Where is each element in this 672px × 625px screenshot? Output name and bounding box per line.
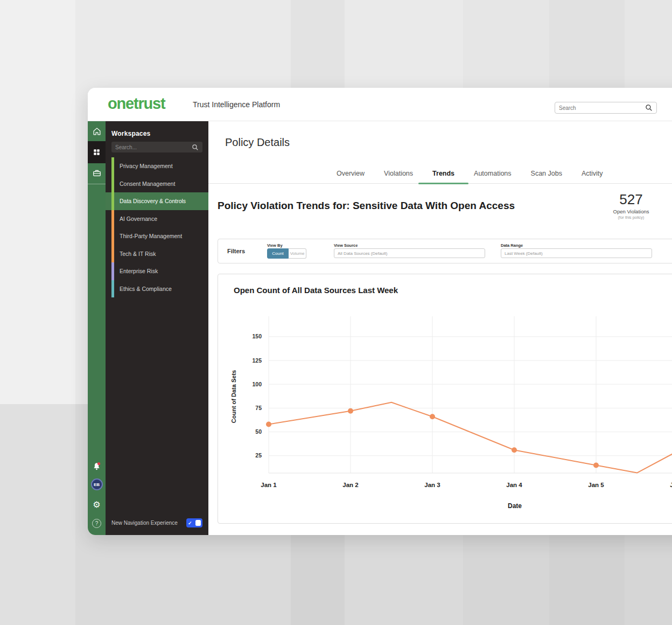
count-toggle-button[interactable]: Count	[267, 248, 289, 259]
workspace-list: Privacy ManagementConsent ManagementData…	[106, 157, 208, 297]
tab-trends[interactable]: Trends	[432, 164, 454, 184]
page-title: Policy Details	[225, 136, 290, 149]
workspace-color-strip	[111, 227, 114, 245]
x-tick-jan-3: Jan 3	[424, 482, 440, 488]
rail-divider	[88, 184, 106, 184]
sidebar-title: Workspaces	[111, 130, 150, 137]
filters-panel: Filters View By Count Volume View Source…	[218, 239, 672, 263]
tab-violations[interactable]: Violations	[384, 164, 413, 184]
help-icon: ?	[92, 519, 101, 528]
sidebar-item-privacy-management[interactable]: Privacy Management	[106, 157, 208, 175]
view-source-select[interactable]	[334, 248, 485, 258]
home-nav-button[interactable]	[88, 123, 106, 140]
sidebar-footer: New Navigation Experience ✓	[111, 518, 202, 527]
sidebar-item-ai-governance[interactable]: AI Governance	[106, 210, 208, 228]
stat-sublabel: (for this policy)	[603, 215, 659, 220]
x-tick-jan-6: Jan 6	[670, 482, 672, 488]
workspace-color-strip	[111, 157, 114, 175]
stat-value: 527	[603, 191, 659, 208]
y-tick-50: 50	[255, 428, 262, 435]
sidebar-item-third-party-management[interactable]: Third-Party Management	[106, 227, 208, 245]
data-point-x4-y31[interactable]	[512, 447, 517, 453]
workspace-color-strip	[111, 280, 114, 298]
workspace-color-strip	[111, 192, 114, 210]
search-icon[interactable]	[645, 104, 653, 112]
global-search-input[interactable]	[559, 105, 645, 111]
trend-chart-card: Open Count of All Data Sources Last Week…	[218, 274, 672, 524]
workspace-color-strip	[111, 175, 114, 193]
new-navigation-toggle[interactable]: ✓	[186, 518, 202, 527]
workspace-search-input[interactable]	[115, 144, 192, 150]
data-range-label: Data Range	[501, 243, 523, 248]
user-profile-button[interactable]: EB	[88, 476, 106, 493]
workspace-item-label: Third-Party Management	[120, 233, 182, 239]
briefcase-icon	[92, 168, 102, 178]
user-avatar[interactable]: EB	[91, 478, 103, 490]
icon-rail: EB ⚙ ?	[88, 121, 106, 535]
data-range-select[interactable]	[501, 248, 652, 258]
new-navigation-label: New Navigation Experience	[111, 520, 178, 526]
sidebar-item-consent-management[interactable]: Consent Management	[106, 175, 208, 193]
tab-activity[interactable]: Activity	[582, 164, 603, 184]
notifications-button[interactable]	[88, 457, 106, 475]
sidebar-item-data-discovery-controls[interactable]: Data Discovery & Controls	[106, 192, 208, 210]
view-source-label: View Source	[334, 243, 358, 248]
workspaces-nav-button[interactable]	[88, 141, 106, 163]
data-point-x2-y72[interactable]	[348, 408, 353, 414]
global-search[interactable]	[555, 102, 657, 114]
trends-heading: Policy Violation Trends for: Sensitive D…	[218, 200, 515, 212]
x-tick-jan-5: Jan 5	[588, 482, 604, 488]
y-tick-100: 100	[252, 381, 262, 387]
platform-name: Trust Intelligence Platform	[193, 100, 280, 109]
workspace-item-label: AI Governance	[120, 216, 157, 222]
tab-scan-jobs[interactable]: Scan Jobs	[531, 164, 562, 184]
workspace-color-strip	[111, 210, 114, 228]
workspace-search[interactable]	[111, 142, 202, 152]
y-tick-150: 150	[252, 333, 262, 339]
sidebar-item-tech-it-risk[interactable]: Tech & IT Risk	[106, 245, 208, 263]
search-icon	[192, 144, 199, 151]
home-icon	[92, 127, 102, 136]
workspace-item-label: Tech & IT Risk	[120, 251, 156, 257]
workspaces-sidebar: Workspaces Privacy ManagementConsent Man…	[106, 121, 208, 535]
y-axis-title: Count of Data Sets	[230, 370, 237, 423]
workspace-item-label: Ethics & Compliance	[120, 286, 172, 292]
y-tick-75: 75	[255, 405, 262, 411]
x-tick-jan-4: Jan 4	[506, 482, 522, 488]
x-tick-jan-1: Jan 1	[261, 482, 277, 488]
app-header: onetrust Trust Intelligence Platform	[88, 88, 672, 121]
workspace-item-label: Enterprise Risk	[120, 268, 158, 274]
x-tick-jan-2: Jan 2	[342, 482, 358, 488]
data-point-x1-y58[interactable]	[266, 422, 271, 427]
view-by-toggle: Count Volume	[267, 248, 306, 259]
chart-title: Open Count of All Data Sources Last Week	[234, 286, 398, 295]
workspace-color-strip	[111, 262, 114, 280]
projects-nav-button[interactable]	[88, 164, 106, 182]
tab-overview[interactable]: Overview	[337, 164, 365, 184]
settings-gear-icon: ⚙	[93, 501, 100, 509]
apps-grid-icon	[93, 148, 101, 156]
filters-label: Filters	[227, 248, 245, 254]
workspace-color-strip	[111, 245, 114, 263]
onetrust-logo: onetrust	[108, 95, 165, 113]
trend-line-chart: 255075100125150Jan 1Jan 2Jan 3Jan 4Jan 5…	[218, 274, 672, 524]
workspace-item-label: Consent Management	[120, 180, 175, 187]
stat-label: Open Violations	[603, 209, 659, 214]
main-content: Policy Details OverviewViolationsTrendsA…	[208, 121, 672, 535]
workspace-item-label: Data Discovery & Controls	[120, 198, 186, 204]
workspace-item-label: Privacy Management	[120, 163, 173, 169]
y-tick-125: 125	[252, 357, 262, 364]
settings-button[interactable]: ⚙	[88, 496, 106, 513]
data-point-x5-y15[interactable]	[593, 463, 599, 468]
notifications-bell-icon	[92, 461, 102, 471]
sidebar-item-ethics-compliance[interactable]: Ethics & Compliance	[106, 280, 208, 298]
toggle-knob	[195, 520, 201, 526]
x-axis-title: Date	[508, 502, 522, 510]
volume-toggle-button[interactable]: Volume	[289, 248, 306, 259]
data-point-x3-y66[interactable]	[430, 414, 435, 419]
help-button[interactable]: ?	[88, 515, 106, 532]
sidebar-item-enterprise-risk[interactable]: Enterprise Risk	[106, 262, 208, 280]
notification-dot	[97, 462, 100, 464]
tab-automations[interactable]: Automations	[474, 164, 511, 184]
tab-bar: OverviewViolationsTrendsAutomationsScan …	[208, 164, 672, 184]
